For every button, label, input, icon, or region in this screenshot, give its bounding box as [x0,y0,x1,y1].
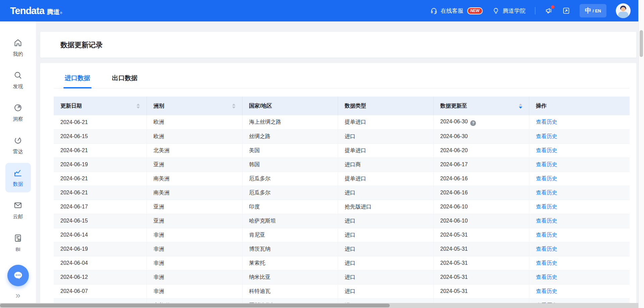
sort-carets[interactable] [137,104,140,109]
view-history-link[interactable]: 查看历史 [536,260,557,266]
sidebar-nav: 我的发现洞察雷达数据云邮BIBI [5,33,31,260]
cell-data-type: 进口 [338,129,433,143]
sort-carets[interactable] [519,104,522,109]
online-service-button[interactable]: 在线客服 NEW [430,7,483,15]
language-toggle[interactable]: 中 / EN [580,4,606,17]
sidebar-item-discover[interactable]: 发现 [5,65,31,95]
column-label: 数据类型 [345,103,366,110]
cell-continent: 非洲 [147,242,242,256]
insight-icon [13,103,22,114]
cell-action: 查看历史 [529,172,630,186]
column-label: 数据更新至 [440,103,467,110]
user-avatar[interactable] [616,3,631,18]
topbar-divider [535,7,535,14]
records-card: 进口数据出口数据 更新日期洲别国家/地区数据类型数据更新至操作 2024-06-… [40,63,636,308]
fullscreen-button[interactable] [562,7,570,15]
table-row: 2024-06-19非洲博茨瓦纳进口2024-05-31查看历史 [54,242,630,256]
cell-update-date: 2024-06-15 [54,129,147,143]
cell-action: 查看历史 [529,270,630,284]
cell-update-date: 2024-06-19 [54,158,147,172]
view-history-link[interactable]: 查看历史 [536,119,557,125]
cell-update-date: 2024-06-17 [54,200,147,214]
cell-update-date: 2024-06-19 [54,242,147,256]
view-history-link[interactable]: 查看历史 [536,274,557,280]
announcements-button[interactable] [545,7,553,15]
tab-import-data[interactable]: 进口数据 [65,74,90,88]
cell-update-date: 2024-06-14 [54,228,147,242]
tab-export-data[interactable]: 出口数据 [112,74,138,88]
cell-update-date: 2024-06-07 [54,284,147,298]
cell-updated-to: 2024-06-16 [433,172,529,186]
lightbulb-icon [492,7,500,15]
column-header-5: 操作 [529,97,630,115]
topbar-actions: 在线客服 NEW 腾道学院 中 / EN [430,3,631,18]
sort-asc-caret-icon [137,104,140,106]
logo-text: Tendata [10,5,44,16]
view-history-link[interactable]: 查看历史 [536,288,557,294]
notification-dot [551,5,554,9]
cell-updated-to: 2024-06-10 [433,214,529,228]
avatar-body [618,12,628,18]
sidebar-collapse-button[interactable]: » [15,291,20,300]
view-history-link[interactable]: 查看历史 [536,147,557,153]
cell-continent: 欧洲 [147,115,242,129]
horizontal-scrollbar-thumb[interactable] [0,304,390,307]
academy-button[interactable]: 腾道学院 [492,7,526,15]
cell-action: 查看历史 [529,200,630,214]
cell-continent: 北美洲 [147,143,242,158]
sort-carets[interactable] [232,104,235,109]
cell-country: 纳米比亚 [242,270,338,284]
sidebar-item-my[interactable]: 我的 [5,33,31,62]
sort-asc-caret-icon [232,104,235,106]
home-icon [13,38,22,49]
cell-data-type: 进口 [338,270,433,284]
cell-action: 查看历史 [529,214,630,228]
view-history-link[interactable]: 查看历史 [536,204,557,209]
sidebar-item-label: 发现 [13,83,23,90]
column-header-1[interactable]: 洲别 [147,97,242,115]
view-history-link[interactable]: 查看历史 [536,218,557,224]
cell-country: 丝绸之路 [242,129,338,143]
cell-update-date: 2024-06-12 [54,270,147,284]
table-row: 2024-06-21欧洲海上丝绸之路提单进口2024-06-30?查看历史 [54,115,630,129]
bi-icon: BI [13,234,22,244]
tab-bar: 进口数据出口数据 [54,63,630,88]
sidebar-item-radar[interactable]: 雷达 [5,130,31,160]
cell-action: 查看历史 [529,186,630,200]
column-header-4[interactable]: 数据更新至 [433,97,529,115]
column-header-0[interactable]: 更新日期 [54,97,147,115]
cell-updated-to: 2024-05-31 [433,228,529,242]
cell-updated-to: 2024-05-31 [433,256,529,270]
view-history-link[interactable]: 查看历史 [536,190,557,195]
view-history-link[interactable]: 查看历史 [536,176,557,181]
view-history-link[interactable]: 查看历史 [536,246,557,252]
sort-desc-caret-icon [519,107,522,109]
academy-label: 腾道学院 [503,7,526,15]
chat-fab[interactable] [7,265,29,286]
cell-updated-to: 2024-05-31 [433,284,529,298]
view-history-link[interactable]: 查看历史 [536,232,557,238]
sidebar-item-label: 我的 [13,51,23,57]
sidebar-item-bi[interactable]: BIBI [5,228,31,257]
help-icon[interactable]: ? [470,120,476,126]
cell-updated-to: 2024-06-30? [433,115,529,129]
cell-action: 查看历史 [529,115,630,129]
page-title: 数据更新记录 [60,40,103,50]
vertical-scrollbar-thumb[interactable] [640,30,643,57]
cell-country: 博茨瓦纳 [242,242,338,256]
cell-data-type: 提单进口 [338,143,433,158]
column-header-3: 数据类型 [338,97,433,115]
table-body: 2024-06-21欧洲海上丝绸之路提单进口2024-06-30?查看历史202… [54,115,630,308]
sidebar-item-data[interactable]: 数据 [5,163,31,192]
view-history-link[interactable]: 查看历史 [536,162,557,167]
sidebar-item-mail[interactable]: 云邮 [5,195,31,225]
sidebar-item-insight[interactable]: 洞察 [5,98,31,127]
main-content: 数据更新记录 进口数据出口数据 更新日期洲别国家/地区数据类型数据更新至操作 2… [36,21,644,308]
sort-asc-caret-icon [519,104,522,106]
tendata-logo[interactable]: Tendata 腾道 ® [10,5,62,16]
table-row: 2024-06-15欧洲丝绸之路进口2024-06-30查看历史 [54,129,630,143]
view-history-link[interactable]: 查看历史 [536,133,557,139]
cell-continent: 亚洲 [147,214,242,228]
column-label: 更新日期 [60,103,82,110]
headset-icon [430,7,438,15]
